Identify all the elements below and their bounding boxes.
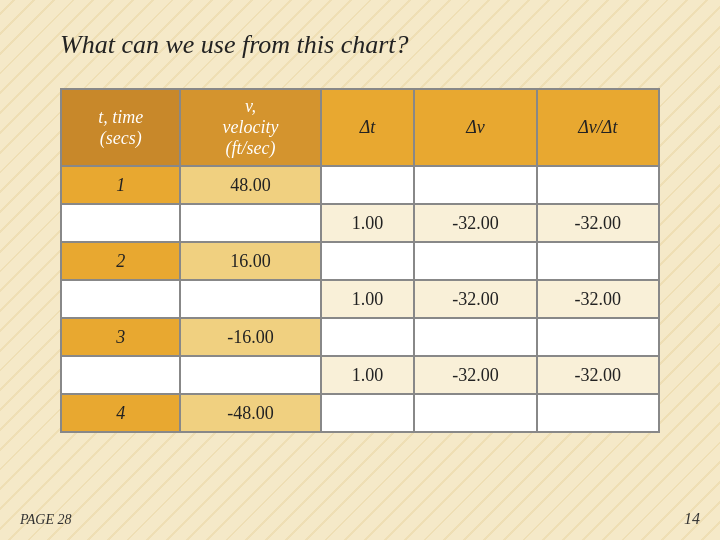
cell-t: 1 (61, 166, 180, 204)
cell-dvdt (537, 166, 659, 204)
table-row: 1.00 -32.00 -32.00 (61, 280, 659, 318)
cell-dv: -32.00 (414, 204, 536, 242)
cell-dt (321, 394, 415, 432)
cell-t: 3 (61, 318, 180, 356)
cell-v: 16.00 (180, 242, 320, 280)
table-row: 2 16.00 (61, 242, 659, 280)
table-row: 1 48.00 (61, 166, 659, 204)
data-table: t, time(secs) v,velocity(ft/sec) Δt Δv Δ… (60, 88, 660, 433)
cell-t: 2 (61, 242, 180, 280)
header-delta-t: Δt (321, 89, 415, 166)
cell-dt: 1.00 (321, 204, 415, 242)
cell-dv (414, 318, 536, 356)
cell-t (61, 280, 180, 318)
page-label: PAGE 28 (20, 512, 71, 528)
table-row: 4 -48.00 (61, 394, 659, 432)
header-delta-v-over-delta-t: Δv/Δt (537, 89, 659, 166)
cell-dt (321, 318, 415, 356)
cell-v: 48.00 (180, 166, 320, 204)
cell-dt (321, 166, 415, 204)
cell-dvdt (537, 394, 659, 432)
cell-dv (414, 242, 536, 280)
table-row: 1.00 -32.00 -32.00 (61, 204, 659, 242)
cell-dv: -32.00 (414, 280, 536, 318)
cell-t: 4 (61, 394, 180, 432)
cell-dt: 1.00 (321, 280, 415, 318)
cell-t (61, 356, 180, 394)
cell-v (180, 356, 320, 394)
cell-dvdt (537, 318, 659, 356)
table-row: 3 -16.00 (61, 318, 659, 356)
header-velocity: v,velocity(ft/sec) (180, 89, 320, 166)
table-row: 1.00 -32.00 -32.00 (61, 356, 659, 394)
cell-dvdt (537, 242, 659, 280)
cell-dt (321, 242, 415, 280)
header-delta-v: Δv (414, 89, 536, 166)
page-number: 14 (684, 510, 700, 528)
header-time: t, time(secs) (61, 89, 180, 166)
cell-dv (414, 166, 536, 204)
cell-t (61, 204, 180, 242)
page-container: What can we use from this chart? t, time… (0, 0, 720, 453)
cell-dvdt: -32.00 (537, 280, 659, 318)
page-title: What can we use from this chart? (60, 30, 660, 60)
cell-dvdt: -32.00 (537, 204, 659, 242)
cell-v: -48.00 (180, 394, 320, 432)
cell-dv: -32.00 (414, 356, 536, 394)
cell-v: -16.00 (180, 318, 320, 356)
cell-dt: 1.00 (321, 356, 415, 394)
cell-v (180, 280, 320, 318)
cell-v (180, 204, 320, 242)
cell-dv (414, 394, 536, 432)
cell-dvdt: -32.00 (537, 356, 659, 394)
